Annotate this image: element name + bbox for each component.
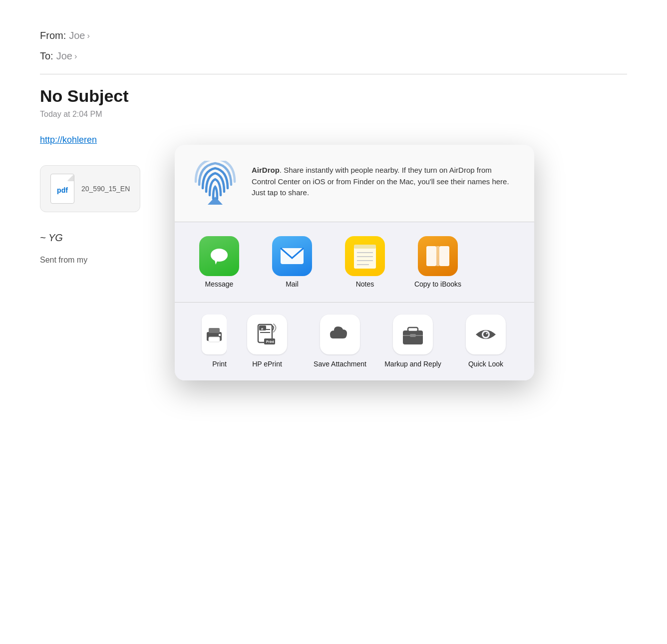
print-icon-box [202, 315, 227, 354]
from-value[interactable]: Joe › [69, 30, 90, 41]
markup-reply-icon-box [393, 315, 433, 354]
save-attachment-icon-box [320, 315, 360, 354]
svg-rect-27 [410, 334, 416, 337]
svg-rect-11 [439, 246, 449, 266]
svg-rect-5 [354, 245, 376, 249]
header-divider [40, 74, 627, 74]
to-value[interactable]: Joe › [56, 50, 77, 62]
app-ibooks[interactable]: Copy to iBooks [405, 236, 470, 288]
markup-reply-label: Markup and Reply [384, 359, 441, 368]
svg-point-30 [486, 333, 488, 334]
svg-point-1 [211, 249, 228, 262]
share-sheet: AirDrop. Share instantly with people nea… [175, 145, 534, 380]
svg-rect-14 [209, 328, 220, 333]
from-field: From: Joe › [40, 30, 627, 41]
svg-rect-25 [408, 327, 418, 331]
airdrop-section: AirDrop. Share instantly with people nea… [175, 145, 534, 222]
hpeprint-icon-box: e Print [247, 315, 287, 354]
actions-row: Print e [187, 315, 522, 368]
from-label: From: [40, 30, 66, 41]
airdrop-icon [193, 161, 238, 206]
apps-section: Message Mail [175, 222, 534, 303]
action-save-attachment[interactable]: Save Attachment [308, 315, 372, 368]
airdrop-title: AirDrop [252, 166, 280, 174]
action-hpeprint[interactable]: e Print HP ePrint [235, 315, 300, 368]
quick-look-icon-box [466, 315, 506, 354]
mail-icon [272, 236, 312, 276]
to-label: To: [40, 50, 53, 62]
message-icon [199, 236, 239, 276]
action-print[interactable]: Print [187, 315, 227, 368]
pdf-label: pdf [57, 186, 68, 194]
svg-rect-12 [436, 246, 439, 266]
action-markup-reply[interactable]: Markup and Reply [380, 315, 445, 368]
app-notes[interactable]: Notes [333, 236, 397, 288]
pdf-icon: pdf [50, 174, 74, 204]
message-label: Message [205, 280, 234, 288]
mail-label: Mail [286, 280, 299, 288]
attachment-name: 20_590_15_EN [81, 185, 130, 193]
attachment[interactable]: pdf 20_590_15_EN [40, 165, 140, 212]
actions-section: Print e [175, 303, 534, 380]
svg-rect-16 [219, 334, 221, 336]
to-field: To: Joe › [40, 50, 627, 62]
save-attachment-label: Save Attachment [314, 359, 366, 368]
ibooks-icon [418, 236, 458, 276]
svg-marker-0 [208, 197, 223, 205]
to-chevron-icon: › [74, 52, 77, 61]
print-label: Print [212, 359, 227, 368]
email-link[interactable]: http://kohleren [40, 135, 627, 145]
airdrop-description: . Share instantly with people nearby. If… [252, 166, 509, 197]
email-subject: No Subject [40, 86, 627, 106]
notes-icon [345, 236, 385, 276]
apps-row: Message Mail [187, 236, 522, 288]
hpeprint-label: HP ePrint [252, 359, 282, 368]
svg-marker-2 [215, 260, 218, 265]
svg-rect-10 [426, 246, 436, 266]
notes-label: Notes [356, 280, 374, 288]
svg-point-29 [483, 332, 488, 337]
svg-rect-15 [209, 337, 220, 342]
airdrop-text: AirDrop. Share instantly with people nea… [252, 161, 516, 199]
ibooks-label: Copy to iBooks [414, 280, 461, 288]
email-date: Today at 2:04 PM [40, 110, 627, 119]
svg-text:Print: Print [266, 340, 275, 343]
svg-text:e: e [261, 326, 264, 331]
svg-rect-24 [403, 330, 423, 344]
action-quick-look[interactable]: Quick Look [453, 315, 518, 368]
app-message[interactable]: Message [187, 236, 252, 288]
from-chevron-icon: › [87, 31, 89, 40]
app-mail[interactable]: Mail [260, 236, 325, 288]
quick-look-label: Quick Look [468, 359, 503, 368]
